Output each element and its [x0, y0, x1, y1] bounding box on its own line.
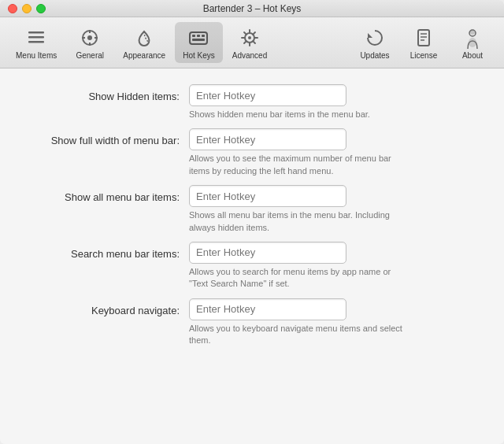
hotkey-right-3: Allows you to search for menu items by a…	[189, 242, 480, 290]
content-area: Show Hidden items: Shows hidden menu bar…	[0, 68, 504, 444]
hotkey-desc-1: Allows you to see the maximum number of …	[189, 153, 410, 177]
about-icon	[460, 25, 485, 50]
hotkey-label-col-0: Show Hidden items:	[24, 84, 189, 103]
window: Bartender 3 – Hot Keys Menu Items	[0, 0, 504, 444]
advanced-icon	[237, 25, 262, 50]
svg-rect-0	[28, 31, 44, 34]
toolbar-label-menu-items: Menu Items	[16, 51, 57, 60]
maximize-button[interactable]	[36, 4, 46, 13]
hotkey-input-0[interactable]	[189, 84, 346, 106]
toolbar-label-general: General	[76, 51, 104, 60]
hotkey-desc-2: Shows all menu bar items in the menu bar…	[189, 209, 410, 234]
svg-point-4	[87, 35, 92, 40]
toolbar-label-appearance: Appearance	[123, 51, 165, 60]
hotkey-label-4: Keyboard navigate:	[91, 305, 180, 316]
toolbar-item-menu-items[interactable]: Menu Items	[8, 22, 65, 63]
toolbar-item-appearance[interactable]: Appearance	[115, 22, 173, 63]
hotkey-input-4[interactable]	[189, 298, 346, 320]
toolbar-item-hot-keys[interactable]: Hot Keys	[175, 22, 223, 63]
svg-rect-11	[197, 35, 200, 37]
toolbar-label-updates: Updates	[360, 51, 389, 60]
hotkey-desc-0: Shows hidden menu bar items in the menu …	[189, 109, 410, 120]
hotkey-label-col-2: Show all menu bar items:	[24, 185, 189, 204]
svg-rect-13	[192, 39, 205, 41]
hotkey-label-2: Show all menu bar items:	[65, 191, 180, 203]
general-icon	[77, 25, 102, 50]
hotkey-desc-3: Allows you to search for menu items by a…	[189, 266, 410, 290]
hotkey-row-3: Search menu bar items: Allows you to sea…	[24, 242, 480, 290]
close-button[interactable]	[8, 4, 17, 13]
hotkey-desc-4: Allows you to keyboard navigate menu ite…	[189, 323, 410, 347]
minimize-button[interactable]	[22, 4, 32, 13]
title-bar: Bartender 3 – Hot Keys	[0, 0, 504, 17]
toolbar-item-advanced[interactable]: Advanced	[224, 22, 275, 63]
menu-items-icon	[24, 25, 49, 50]
svg-marker-16	[368, 33, 372, 38]
appearance-icon	[132, 25, 157, 50]
svg-point-23	[469, 38, 476, 47]
toolbar-label-license: License	[410, 51, 437, 60]
toolbar-label-hot-keys: Hot Keys	[183, 51, 215, 60]
toolbar-left: Menu Items General	[8, 22, 275, 63]
hotkey-row-2: Show all menu bar items: Shows all menu …	[24, 185, 480, 234]
window-title: Bartender 3 – Hot Keys	[203, 3, 302, 14]
toolbar-item-license[interactable]: License	[400, 22, 447, 63]
toolbar: Menu Items General	[0, 17, 504, 68]
hotkey-input-2[interactable]	[189, 185, 346, 207]
toolbar-item-general[interactable]: General	[66, 22, 113, 63]
hotkey-input-1[interactable]	[189, 128, 346, 150]
svg-rect-2	[28, 41, 44, 43]
svg-rect-9	[190, 32, 207, 44]
svg-point-15	[248, 36, 251, 39]
hotkey-label-1: Show full width of menu bar:	[51, 135, 180, 146]
svg-rect-1	[28, 36, 44, 39]
hotkey-row-4: Keyboard navigate: Allows you to keyboar…	[24, 298, 480, 347]
hotkey-row-1: Show full width of menu bar: Allows you …	[24, 128, 480, 177]
toolbar-right: Updates License	[351, 22, 496, 63]
hotkey-row-0: Show Hidden items: Shows hidden menu bar…	[24, 84, 480, 120]
hotkey-label-0: Show Hidden items:	[88, 91, 180, 102]
hot-keys-icon	[186, 25, 211, 50]
svg-rect-10	[192, 35, 195, 37]
hotkey-right-2: Shows all menu bar items in the menu bar…	[189, 185, 480, 234]
hotkey-right-0: Shows hidden menu bar items in the menu …	[189, 84, 480, 120]
svg-point-22	[470, 30, 475, 35]
svg-rect-17	[418, 30, 429, 46]
license-icon	[411, 25, 436, 50]
hotkey-right-4: Allows you to keyboard navigate menu ite…	[189, 298, 480, 347]
hotkey-right-1: Allows you to see the maximum number of …	[189, 128, 480, 177]
hotkey-label-col-4: Keyboard navigate:	[24, 298, 189, 317]
hotkey-input-3[interactable]	[189, 242, 346, 264]
toolbar-item-about[interactable]: About	[449, 22, 496, 63]
updates-icon	[362, 25, 387, 50]
svg-rect-12	[202, 35, 205, 37]
toolbar-item-updates[interactable]: Updates	[351, 22, 398, 63]
hotkey-label-3: Search menu bar items:	[71, 248, 180, 260]
toolbar-label-advanced: Advanced	[232, 51, 267, 60]
hotkey-label-col-1: Show full width of menu bar:	[24, 128, 189, 147]
traffic-lights	[8, 4, 46, 13]
hotkey-label-col-3: Search menu bar items:	[24, 242, 189, 261]
toolbar-label-about: About	[462, 51, 483, 60]
